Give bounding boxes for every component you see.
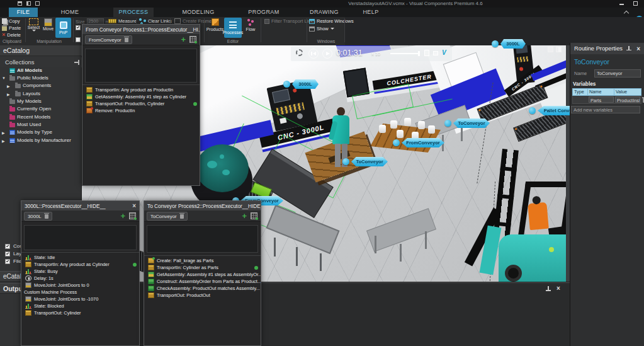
sidebar-item-models-by-manufacturer[interactable]: ▶ Models by Manufacturer xyxy=(0,137,82,144)
maximize-icon[interactable] xyxy=(633,1,638,6)
save-icon[interactable] xyxy=(18,1,22,6)
align-checkbox[interactable] xyxy=(76,37,81,42)
process-step[interactable]: Create: Pall_krage as Parts xyxy=(144,257,261,264)
speed-slider[interactable] xyxy=(390,53,419,54)
pin-icon[interactable] xyxy=(626,46,631,52)
pin-icon[interactable] xyxy=(546,286,551,292)
view-split-icon[interactable] xyxy=(556,47,562,52)
add-routine-button[interactable]: + xyxy=(181,35,186,44)
copy-button[interactable]: Copy xyxy=(2,18,20,24)
tab-home[interactable]: HOME xyxy=(57,8,83,17)
routine-tab[interactable]: ToConveyor xyxy=(147,212,188,221)
trash-icon[interactable] xyxy=(180,214,184,219)
filter-checkbox[interactable] xyxy=(264,19,269,24)
checkbox-checked-icon[interactable] xyxy=(5,259,10,264)
battery-icon[interactable] xyxy=(433,51,438,55)
tab-drawing[interactable]: DRAWING xyxy=(306,8,342,17)
sidebar-item-all-models[interactable]: All Models xyxy=(0,67,82,74)
component-dot[interactable] xyxy=(283,81,290,88)
sidebar-item-components[interactable]: ▶ Components xyxy=(0,82,82,89)
process-step[interactable]: TransportOut: Cylinder xyxy=(21,309,139,316)
process-step[interactable]: State: Idle xyxy=(21,254,139,261)
redo-icon[interactable] xyxy=(35,1,40,6)
close-icon[interactable]: × xyxy=(636,45,640,52)
grid-view-icon[interactable] xyxy=(189,36,196,43)
collapse-ribbon-icon[interactable] xyxy=(624,11,629,16)
sidebar-item-most-used[interactable]: Most Used xyxy=(0,121,82,129)
routine-tab[interactable]: FromConveyor xyxy=(85,35,132,44)
play-button[interactable] xyxy=(322,49,332,59)
component-dot[interactable] xyxy=(393,139,400,146)
paste-button[interactable]: Paste xyxy=(2,25,21,31)
statement-canvas[interactable] xyxy=(85,49,197,83)
processes-button[interactable]: Processes xyxy=(224,18,242,38)
panel-title-bar[interactable]: 3000L::ProcessExecutor__HIDE__ × xyxy=(21,201,139,210)
show-menu-button[interactable]: Show xyxy=(309,26,334,32)
process-step[interactable]: GetAssembly: Assembly #1 steps as Assemb… xyxy=(144,271,261,278)
variable-name[interactable]: Parts xyxy=(589,96,614,103)
callout-toconveyor-lower[interactable]: ToConveyor xyxy=(351,157,388,166)
snap-checkbox[interactable] xyxy=(76,25,81,30)
checkbox-checked-icon[interactable] xyxy=(5,251,10,257)
process-step[interactable]: TransportIn: Any product as Cylinder xyxy=(21,261,139,268)
sidebar-item-recent-models[interactable]: Recent Models xyxy=(0,113,82,121)
trash-icon[interactable] xyxy=(125,38,128,42)
delete-button[interactable]: ×Delete xyxy=(2,32,21,38)
name-input[interactable]: ToConveyor xyxy=(594,69,641,78)
process-step[interactable]: Construct: AssemblyOrder from Parts as P… xyxy=(144,278,261,285)
products-button[interactable]: Products xyxy=(206,18,223,32)
tab-file[interactable]: FILE xyxy=(9,8,38,17)
tab-program[interactable]: PROGRAM xyxy=(244,8,283,17)
expand-closed-icon[interactable]: ▶ xyxy=(2,130,5,135)
add-routine-button[interactable]: + xyxy=(120,211,125,221)
process-step[interactable]: MoveJoint: JointDoors to -1070 xyxy=(21,296,139,303)
routine-tab[interactable]: 3000L xyxy=(24,212,52,221)
sidebar-item-currently-open[interactable]: Currently Open xyxy=(0,105,82,113)
sidebar-item-layouts[interactable]: ▶ Layouts xyxy=(0,90,82,98)
component-dot[interactable] xyxy=(342,158,349,165)
sidebar-item-models-by-type[interactable]: ▶ Models by Type xyxy=(0,129,82,136)
skip-to-start-button[interactable] xyxy=(308,49,319,59)
expand-closed-icon[interactable]: ▶ xyxy=(7,92,10,96)
component-dot[interactable] xyxy=(444,120,451,127)
undo-icon[interactable] xyxy=(26,1,31,6)
filter-transport-links-toggle[interactable]: Filter Transport Links xyxy=(264,18,315,24)
process-step[interactable]: TransportIn: Cylinder as Parts xyxy=(144,264,261,271)
gear-icon[interactable] xyxy=(296,49,303,56)
checkbox-checked-icon[interactable] xyxy=(5,244,10,249)
record-video-icon[interactable] xyxy=(424,50,429,56)
expand-closed-icon[interactable]: ▶ xyxy=(2,139,5,143)
component-dot[interactable] xyxy=(529,107,536,114)
callout-3000l[interactable]: 3000L xyxy=(292,79,319,89)
process-step[interactable]: MoveJoint: JointDoors to 0 xyxy=(21,282,139,289)
tab-modeling[interactable]: MODELING xyxy=(178,8,219,17)
statement-canvas[interactable] xyxy=(24,225,137,250)
expand-open-icon[interactable]: ▼ xyxy=(2,76,6,80)
move-button[interactable]: Move xyxy=(42,18,55,31)
process-step[interactable]: Custom Machine Process xyxy=(21,289,139,296)
close-icon[interactable]: × xyxy=(556,285,560,292)
panel-title-bar[interactable]: To Conveyor Process2::ProcessExecutor__H… xyxy=(144,201,261,210)
trash-icon[interactable] xyxy=(45,214,48,219)
process-step[interactable]: TransportOut: ProductOut xyxy=(144,292,261,299)
tab-help[interactable]: HELP xyxy=(359,8,383,17)
expand-closed-icon[interactable]: ▶ xyxy=(7,84,10,88)
callout-3000l-top[interactable]: 3000L xyxy=(500,39,526,49)
process-step[interactable]: State: Blocked xyxy=(21,303,139,309)
sidebar-item-public-models[interactable]: ▼ Public Models xyxy=(0,74,82,82)
sidebar-item-my-models[interactable]: My Models xyxy=(0,98,82,105)
add-variable-input[interactable]: Add new variables xyxy=(571,106,640,113)
view-cube-icon[interactable] xyxy=(548,47,553,52)
process-step[interactable]: Delay: 1s xyxy=(21,275,139,282)
variable-value[interactable]: ProductInsta xyxy=(615,96,640,103)
frame-table[interactable] xyxy=(266,205,340,254)
panel-title-bar[interactable]: Routine Properties × xyxy=(570,43,644,54)
process-step[interactable]: TransportIn: Any product as ProductIn xyxy=(82,86,200,93)
forklift-body[interactable] xyxy=(499,234,570,282)
flow-button[interactable]: Flow xyxy=(243,18,258,32)
dock-pin-icon[interactable] xyxy=(74,60,79,65)
restore-windows-button[interactable]: Restore Windows xyxy=(309,18,354,24)
variable-row[interactable]: Parts ProductInsta xyxy=(572,96,641,104)
callout-toconveyor-upper[interactable]: ToConveyor xyxy=(453,118,490,128)
minimize-icon[interactable] xyxy=(619,4,624,5)
